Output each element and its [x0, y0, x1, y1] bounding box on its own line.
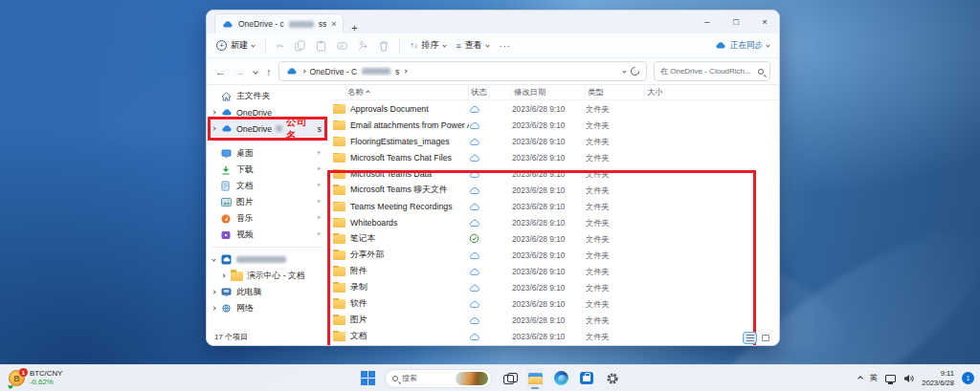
address-dropdown-icon[interactable] [622, 69, 626, 73]
sidebar-item-下载[interactable]: 下载 [211, 162, 325, 178]
start-button[interactable] [359, 368, 376, 389]
trend-down-icon [8, 383, 13, 389]
ime-indicator[interactable]: 英 [870, 373, 879, 384]
file-name: Microsoft Teams 聊天文件 [350, 185, 448, 196]
file-row[interactable]: Email attachments from Power Auto...2023… [331, 117, 779, 133]
file-row[interactable]: 分享外部2023/6/28 9:10文件夹 [331, 247, 779, 263]
icons-view-toggle[interactable] [759, 333, 771, 343]
search-input[interactable]: 在 OneDrive - CloudRich... [654, 61, 770, 81]
file-name: 软件 [350, 298, 368, 310]
onedrive-sync-status[interactable]: 正在同步 [715, 40, 769, 52]
chevron-right-icon[interactable] [212, 110, 215, 114]
file-row[interactable]: 录制2023/6/28 9:10文件夹 [331, 279, 779, 295]
cut-button[interactable]: ✂ [277, 41, 284, 51]
sidebar-item-音乐[interactable]: 音乐 [211, 210, 325, 227]
column-header-modified[interactable]: 修改日期 [512, 85, 586, 99]
view-lines-icon: ≡ [457, 41, 461, 51]
task-view-button[interactable] [501, 368, 518, 389]
minimize-button[interactable]: – [693, 11, 722, 32]
view-button[interactable]: ≡ 查看 [457, 39, 489, 52]
sidebar-item-label: 网络 [236, 303, 254, 315]
sidebar-item-主文件夹[interactable]: 主文件夹 [211, 88, 325, 104]
sidebar-item-桌面[interactable]: 桌面 [211, 145, 325, 162]
network-icon [221, 304, 233, 314]
file-row[interactable]: Microsoft Teams Data2023/6/28 9:10文件夹 [331, 165, 779, 182]
share-button[interactable] [358, 40, 368, 52]
file-row[interactable]: Approvals Document2023/6/28 9:10文件夹 [331, 100, 779, 117]
cloud-status-iccon [469, 154, 480, 163]
folder-icon [333, 137, 345, 146]
column-header-status[interactable]: 状态 [469, 85, 512, 99]
sidebar-item-文档[interactable]: 文档 [211, 178, 325, 194]
chevron-down-icon[interactable] [212, 257, 215, 261]
file-row[interactable]: 笔记本2023/6/28 9:10文件夹 [331, 230, 779, 247]
file-row[interactable]: 文档2023/6/28 9:10文件夹 [331, 328, 779, 344]
delete-button[interactable] [379, 40, 389, 52]
column-header-size[interactable]: 大小 [645, 85, 779, 99]
history-chevron-icon[interactable] [253, 69, 258, 75]
edge-taskbar-button[interactable] [552, 368, 569, 389]
refresh-icon[interactable] [629, 65, 641, 77]
taskbar-search-input[interactable]: 搜索 [385, 369, 492, 388]
sidebar-item-此电脑[interactable]: 此电脑 [211, 284, 325, 300]
chevron-right-icon[interactable] [212, 306, 215, 310]
redacted-label [236, 256, 286, 263]
pin-icon [315, 150, 322, 157]
volume-icon[interactable] [903, 374, 914, 383]
file-row[interactable]: Microsoft Teams 聊天文件2023/6/28 9:10文件夹 [331, 182, 779, 198]
new-tab-button[interactable]: + [344, 22, 365, 33]
details-view-toggle[interactable] [744, 333, 756, 343]
column-header-type[interactable]: 类型 [586, 85, 645, 99]
hidden-icons-chevron[interactable] [858, 376, 863, 381]
explorer-tab[interactable]: OneDrive - css × [214, 13, 344, 33]
task-view-icon [503, 373, 516, 383]
store-taskbar-button[interactable] [578, 368, 595, 389]
sidebar-item-网络[interactable]: 网络 [211, 300, 325, 316]
network-icon[interactable] [885, 375, 896, 382]
divider [265, 39, 266, 53]
chevron-right-icon[interactable] [212, 126, 215, 130]
file-type: 文件夹 [586, 283, 645, 293]
more-options-button[interactable]: ··· [500, 41, 511, 51]
copy-button[interactable] [295, 40, 305, 52]
sidebar-item-图片[interactable]: 图片 [211, 194, 325, 210]
notification-badge[interactable]: 1 [962, 372, 974, 384]
file-row[interactable]: 图片2023/6/28 9:10文件夹 [331, 312, 779, 328]
breadcrumb[interactable]: OneDrive - Cs [278, 61, 648, 81]
file-explorer-taskbar-button[interactable] [526, 368, 544, 389]
file-modified: 2023/6/28 9:10 [512, 185, 586, 195]
sidebar-item-视频[interactable]: 视频 [211, 227, 325, 243]
file-name: 笔记本 [350, 233, 375, 245]
file-name: Microsoft Teams Chat Files [350, 153, 452, 163]
rename-button[interactable]: A [337, 40, 347, 52]
file-modified: 2023/6/28 9:10 [512, 250, 586, 260]
sidebar-item-onedrive---[interactable]: OneDrive - 公司名s [211, 120, 325, 137]
file-type: 文件夹 [586, 120, 645, 131]
file-row[interactable]: FlooringEstimates_images2023/6/28 9:10文件… [331, 133, 779, 149]
file-row[interactable]: Microsoft Teams Chat Files2023/6/28 9:10… [331, 149, 779, 165]
settings-taskbar-button[interactable] [604, 368, 621, 389]
sidebar-item-redacted[interactable] [211, 251, 325, 268]
paste-button[interactable] [316, 40, 326, 52]
file-row[interactable]: 软件2023/6/28 9:10文件夹 [331, 295, 779, 312]
sidebar-item-演示中心---文档[interactable]: 演示中心 - 文档 [211, 268, 325, 284]
column-header-name[interactable]: 名称 [331, 85, 469, 99]
maximize-button[interactable]: □ [722, 11, 750, 32]
search-icon [758, 69, 764, 75]
file-row[interactable]: Teams Meeting Recordings2023/6/28 9:10文件… [331, 198, 779, 214]
forward-button[interactable]: → [234, 66, 245, 77]
close-button[interactable]: × [750, 11, 779, 32]
chevron-right-icon[interactable] [221, 273, 225, 277]
chevron-down-icon [442, 43, 446, 47]
file-row[interactable]: Whiteboards2023/6/28 9:10文件夹 [331, 214, 779, 230]
new-button[interactable]: + 新建 [216, 39, 255, 52]
file-row[interactable]: 附件2023/6/28 9:10文件夹 [331, 263, 779, 279]
up-button[interactable]: ↑ [266, 66, 272, 77]
tab-close-button[interactable]: × [331, 19, 336, 29]
clock[interactable]: 9:11 2023/6/28 [922, 369, 954, 387]
chevron-right-icon[interactable] [212, 290, 215, 293]
widgets-button[interactable]: B 1 BTC/CNY -0.62% [5, 365, 66, 391]
sort-button[interactable]: ↑↓ 排序 [411, 39, 446, 52]
back-button[interactable]: ← [215, 66, 226, 77]
pictures-icon [221, 198, 233, 206]
